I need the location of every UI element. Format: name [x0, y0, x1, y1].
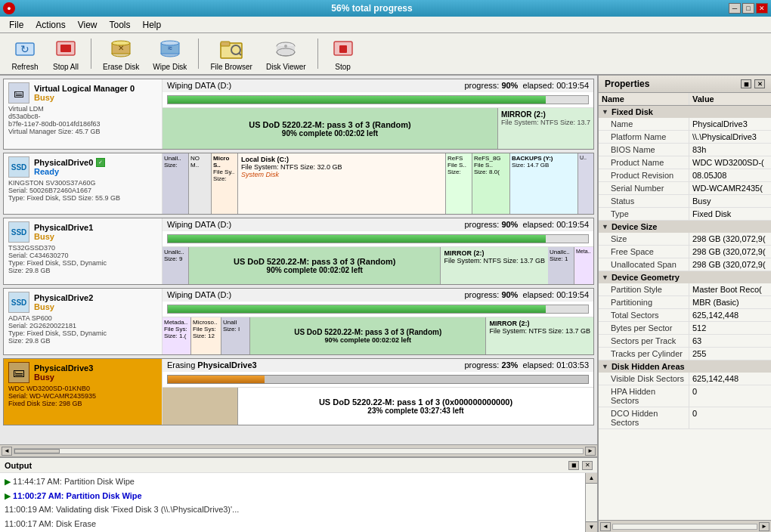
close-button[interactable]: ✕ [756, 3, 768, 14]
pd1-unalloc: Unallc..Size: 9 [163, 247, 189, 284]
output-close-btn[interactable]: ✕ [582, 461, 593, 470]
section-device-size-label: Device Size [612, 222, 658, 231]
maximize-button[interactable]: □ [742, 3, 754, 14]
pd3-progress-info: progress: 23% elapsed: 01:03:53 [464, 360, 589, 370]
pd1-status: Busy [34, 232, 93, 241]
pd2-details: ADATA SP600 Serial: 2G2620022181 Type: F… [8, 314, 157, 345]
refresh-button[interactable]: ↻ Refresh [6, 33, 44, 75]
stop-all-button[interactable]: Stop All [47, 33, 85, 75]
toolbar-sep-2 [198, 39, 199, 69]
props-h-scroll[interactable]: ◄ ► [599, 520, 771, 532]
pd1-name: PhysicalDrive1 [34, 223, 93, 232]
pd2-status: Busy [34, 302, 93, 311]
vlm0-wipe-cell: US DoD 5220.22-M: pass 3 of 3 (Random) 9… [163, 108, 498, 149]
props-close-btn[interactable] [754, 79, 765, 88]
props-scroll-left[interactable]: ◄ [600, 522, 611, 531]
props-scroll-track[interactable] [612, 524, 757, 530]
pd0-details: KINGSTON SV300S37A60G Serial: 50026B7246… [8, 179, 157, 202]
pd0-refs: ReFSFile S..Size: [446, 153, 472, 214]
output-scroll-track[interactable] [586, 484, 597, 521]
stop-all-label: Stop All [53, 63, 79, 71]
pd1-progress-label: Wiping DATA (D:) [167, 220, 231, 229]
pd1-meta: Meta.. [574, 247, 593, 284]
h-scrollbar[interactable]: ◄ ► [0, 444, 597, 456]
title-bar: ● 56% total progress ─ □ ✕ [0, 0, 771, 17]
scroll-right-btn[interactable]: ► [585, 447, 596, 456]
properties-title: Properties [605, 79, 649, 89]
props-scroll-right[interactable]: ► [759, 522, 769, 531]
output-line-2: ▶ 11:00:27 AM: Partition Disk Wipe [5, 489, 581, 503]
file-browser-button[interactable]: File Browser [205, 33, 258, 75]
menu-tools[interactable]: Tools [104, 18, 137, 32]
pd2-micro: Microso..File Sys:Size: 12 [191, 317, 221, 354]
erase-disk-button[interactable]: ✕ Erase Disk [98, 33, 144, 75]
section-collapse-icon[interactable]: ▼ [602, 108, 608, 116]
erase-disk-icon: ✕ [109, 37, 133, 61]
menu-actions[interactable]: Actions [29, 18, 71, 32]
props-pin-btn[interactable] [741, 79, 751, 88]
pd1-progress-bar [168, 235, 546, 243]
refresh-label: Refresh [11, 63, 38, 71]
pd2-meta: Metada..File Sys:Size: 1.( [163, 317, 191, 354]
refresh-icon: ↻ [13, 37, 37, 61]
disk-viewer-button[interactable]: Disk Viewer [261, 33, 311, 75]
pd3-icon: 🖴 [8, 362, 29, 383]
output-arrow-1: ▶ [5, 477, 13, 486]
stop-label: Stop [335, 63, 351, 71]
disk-list[interactable]: 🖴 Virtual Logical Manager 0 Busy Virtual… [0, 76, 597, 444]
disk-item-pd2: SSD PhysicalDrive2 Busy ADATA SP600 Seri… [3, 288, 594, 355]
menu-help[interactable]: Help [137, 18, 168, 32]
output-scroll-down[interactable]: ▼ [586, 521, 597, 532]
pd0-ready-icon: ✓ [96, 158, 105, 167]
pd0-status: Ready [34, 167, 105, 176]
file-browser-icon [219, 37, 243, 61]
props-row-dco-hidden: DCO Hidden Sectors0 [599, 407, 771, 429]
svg-text:≈: ≈ [168, 44, 172, 52]
title-bar-controls: ─ □ ✕ [729, 3, 768, 14]
section-hidden-collapse-icon[interactable]: ▼ [602, 363, 608, 370]
props-row-serial: Serial NumberWD-WCAMR2435( [599, 182, 771, 195]
wipe-disk-icon: ≈ [158, 37, 182, 61]
pd2-unalloc: UnallSize: I [221, 317, 250, 354]
output-scroll-up[interactable]: ▲ [586, 473, 597, 484]
pd0-name: PhysicalDrive0 [34, 158, 93, 167]
file-browser-label: File Browser [210, 63, 252, 71]
scrollbar-thumb[interactable] [14, 449, 60, 453]
pd0-unalloc2: U.. [578, 153, 593, 214]
output-title: Output [5, 461, 32, 470]
scroll-left-btn[interactable]: ◄ [2, 447, 12, 456]
props-row-bytes-per-sector: Bytes per Sector512 [599, 322, 771, 335]
svg-rect-3 [60, 45, 71, 52]
menu-view[interactable]: View [72, 18, 104, 32]
vlm0-type: Virtual Manager Size: 45.7 GB [8, 128, 100, 135]
props-table[interactable]: ▼ Fixed Disk NamePhysicalDrive3 Platform… [599, 106, 771, 520]
section-geom-collapse-icon[interactable]: ▼ [602, 274, 608, 281]
vlm0-status: Busy [34, 93, 135, 102]
output-arrow-2: ▶ [5, 491, 13, 500]
pd2-progress-info: progress: 90% elapsed: 00:19:54 [464, 290, 589, 299]
props-row-visible-sectors: Visible Disk Sectors625,142,448 [599, 373, 771, 385]
section-geometry-label: Device Geometry [612, 273, 680, 282]
pd3-wipe-cell: US DoD 5220.22-M: pass 1 of 3 (0x0000000… [238, 394, 593, 418]
scrollbar-track[interactable] [14, 448, 584, 454]
section-size-collapse-icon[interactable]: ▼ [602, 223, 608, 230]
pd3-progress-label: Erasing PhysicalDrive3 [167, 360, 257, 370]
output-header: Output ◼ ✕ [0, 458, 597, 473]
output-content: ▶ 11:44:17 AM: Partition Disk Wipe ▶ 11:… [0, 473, 585, 532]
vlm0-wipe-complete: 90% complete 00:02:02 left [282, 129, 378, 138]
disk-item-pd0: SSD PhysicalDrive0 ✓ Ready KINGSTON SV30… [3, 153, 594, 215]
disk-item-pd1: SSD PhysicalDrive1 Busy TS32GSSD370 Seri… [3, 218, 594, 285]
minimize-button[interactable]: ─ [729, 3, 741, 14]
svg-point-20 [284, 45, 287, 48]
menu-file[interactable]: File [3, 18, 29, 32]
output-scrollbar[interactable]: ▲ ▼ [585, 473, 597, 532]
disk-viewer-label: Disk Viewer [266, 63, 306, 71]
wipe-disk-label: Wipe Disk [153, 63, 187, 71]
pd3-empty-left [163, 388, 238, 425]
pd1-icon: SSD [8, 221, 29, 243]
output-pin-btn[interactable]: ◼ [568, 461, 579, 470]
wipe-disk-button[interactable]: ≈ Wipe Disk [147, 33, 192, 75]
props-col-header: Name Value [599, 93, 771, 106]
props-row-product-name: Product NameWDC WD3200SD-( [599, 156, 771, 169]
stop-button[interactable]: Stop [324, 33, 362, 75]
